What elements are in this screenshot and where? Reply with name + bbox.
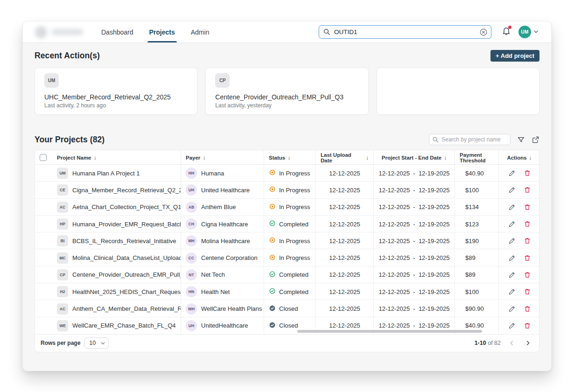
table-row[interactable]: ACAnthem_CA_Member_Data_Retrieval_Run01W… [35,300,539,317]
table-row[interactable]: MCMolina_Clinical_Data_ChaseList_UploadC… [35,249,539,266]
edit-icon[interactable] [508,288,516,295]
column-header-label: Last Upload Date [321,152,364,163]
status-label: Completed [279,288,308,295]
delete-icon[interactable] [524,237,531,245]
edit-icon[interactable] [508,186,516,194]
pagination-next-icon[interactable] [523,338,532,348]
column-header-actions[interactable]: Actions↓ [498,150,540,165]
payer-cell: ABAnthem Blue [181,199,264,216]
status-cell: Completed [264,266,315,283]
delete-icon[interactable] [524,169,531,177]
status-in-progress-icon [269,186,276,194]
pagination-prev-icon[interactable] [507,338,517,348]
delete-icon[interactable] [524,271,531,279]
table-row[interactable]: UMHumana Plan A Project 1HHHumanaIn Prog… [35,165,539,182]
table-row[interactable]: H2HealthNet_2025_HEDIS_Chart_RequestHNHe… [35,283,539,300]
payment-threshold-cell: $123 [455,216,498,232]
rows-per-page-select[interactable]: 10 [84,337,109,349]
recent-action-card[interactable]: CPCentene_Provider_Outreach_EMR_Pull_Q3L… [205,68,368,115]
select-all-checkbox[interactable] [40,154,47,161]
project-initials-badge: UM [44,73,59,88]
edit-icon[interactable] [508,305,516,313]
table-row[interactable]: CPCentene_Provider_Outreach_EMR_Pull_Q3N… [35,266,539,283]
horizontal-scrollbar[interactable] [297,330,482,333]
actions-cell [498,249,540,266]
project-name-cell: WEWellCare_EMR_Chase_Batch_FL_Q4 [52,317,181,334]
edit-icon[interactable] [508,271,516,279]
recent-actions-heading: Recent Action(s) [35,51,100,61]
delete-icon[interactable] [524,254,531,262]
delete-icon[interactable] [524,288,531,295]
column-header-payer[interactable]: Payer↓ [181,150,264,165]
last-upload-date-cell: 12-12-2025 [315,165,373,182]
column-header-status[interactable]: Status↓ [264,150,315,165]
last-upload-date-cell: 12-12-2025 [315,182,373,198]
status-cell: In Progress [264,232,315,249]
project-name: WellCare_EMR_Chase_Batch_FL_Q4 [72,322,176,329]
edit-icon[interactable] [508,322,516,329]
table-body: UMHumana Plan A Project 1HHHumanaIn Prog… [35,165,539,334]
project-name: Humana Plan A Project 1 [72,170,140,177]
notifications-bell-icon[interactable] [502,27,511,38]
actions-cell [498,165,540,182]
nav-tab-admin[interactable]: Admin [191,21,210,42]
chevron-down-icon [533,28,539,36]
edit-icon[interactable] [508,203,516,211]
edit-icon[interactable] [508,254,516,262]
column-header-label: Project Start - End Date [382,155,441,161]
add-project-button[interactable]: + Add project [490,50,539,62]
project-name: HealthNet_2025_HEDIS_Chart_Request [72,288,181,295]
payer-name: Health Net [201,288,230,295]
delete-icon[interactable] [524,203,531,211]
filter-icon[interactable] [517,136,525,144]
table-row[interactable]: BIBCBS_IL_Records_Retrieval_InitiativeMH… [35,232,539,249]
recent-action-card[interactable]: UMUHC_Member_Record_Retrieval_Q2_2025Las… [35,68,197,115]
status-cell: Closed [264,300,315,317]
user-menu[interactable]: UM [518,26,539,38]
project-name-cell: ACAetna_Chart_Collection_Project_TX_Q1 [52,199,181,216]
last-upload-date-cell: 12-12-2025 [315,283,373,300]
sort-icon[interactable]: ↓ [444,154,447,161]
payer-initials-badge: NT [186,269,197,280]
project-name: Cigna_Member_Record_Retrieval_Q2_2025 [72,187,181,194]
table-row[interactable]: CECigna_Member_Record_Retrieval_Q2_2025U… [35,182,539,198]
column-header-project-start-end-date[interactable]: Project Start - End Date↓ [373,150,455,165]
payment-threshold-cell: $134 [455,199,498,216]
status-cell: Completed [264,216,315,232]
sort-icon[interactable]: ↓ [203,154,205,161]
sort-icon[interactable]: ↓ [529,154,532,161]
column-header-last-upload-date[interactable]: Last Upload Date↓ [315,150,373,165]
nav-tab-projects[interactable]: Projects [149,21,175,42]
payer-cell: UHUnitedHealthcare [181,317,264,334]
sort-icon[interactable]: ↓ [366,154,369,161]
table-row[interactable]: HPHumana_Provider_EMR_Request_Batch01CHC… [35,216,539,232]
payer-initials-badge: AB [186,202,197,213]
delete-icon[interactable] [524,220,531,228]
search-clear-icon[interactable] [479,28,488,38]
delete-icon[interactable] [524,322,531,329]
status-completed-icon [269,271,276,279]
projects-table: Project Name↓Payer↓Status↓Last Upload Da… [35,150,539,352]
nav-tab-dashboard[interactable]: Dashboard [101,21,133,42]
row-checkbox-cell [35,249,52,266]
sort-icon[interactable]: ↓ [287,154,290,161]
table-row[interactable]: ACAetna_Chart_Collection_Project_TX_Q1AB… [35,199,539,216]
column-header-project-name[interactable]: Project Name↓ [52,150,181,165]
sort-icon[interactable]: ↓ [94,154,97,161]
edit-icon[interactable] [508,220,516,228]
project-initials-badge: CP [215,73,230,88]
edit-icon[interactable] [508,237,516,245]
delete-icon[interactable] [524,305,531,313]
row-checkbox-cell [35,300,52,317]
actions-cell [498,199,540,216]
recent-action-cards: UMUHC_Member_Record_Retrieval_Q2_2025Las… [35,68,539,115]
project-search-input[interactable] [429,134,511,145]
export-icon[interactable] [532,136,539,144]
recent-action-card[interactable] [377,68,539,115]
delete-icon[interactable] [524,186,531,194]
project-search-wrap [429,134,511,145]
edit-icon[interactable] [508,169,516,177]
project-initials-badge: AC [57,202,68,213]
column-header-payment-threshold[interactable]: Payment Threshold [455,150,498,165]
global-search-input[interactable] [319,25,491,39]
